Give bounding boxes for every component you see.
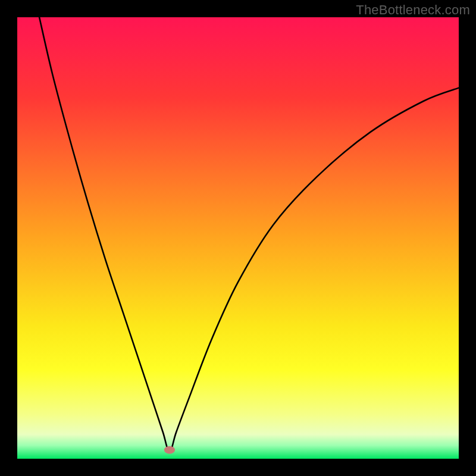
watermark-text: TheBottleneck.com	[356, 2, 470, 18]
gradient-background	[17, 17, 459, 459]
chart-svg	[17, 17, 459, 459]
marker-dot	[164, 446, 175, 454]
plot-area	[17, 17, 459, 459]
chart-frame: TheBottleneck.com	[0, 0, 476, 476]
